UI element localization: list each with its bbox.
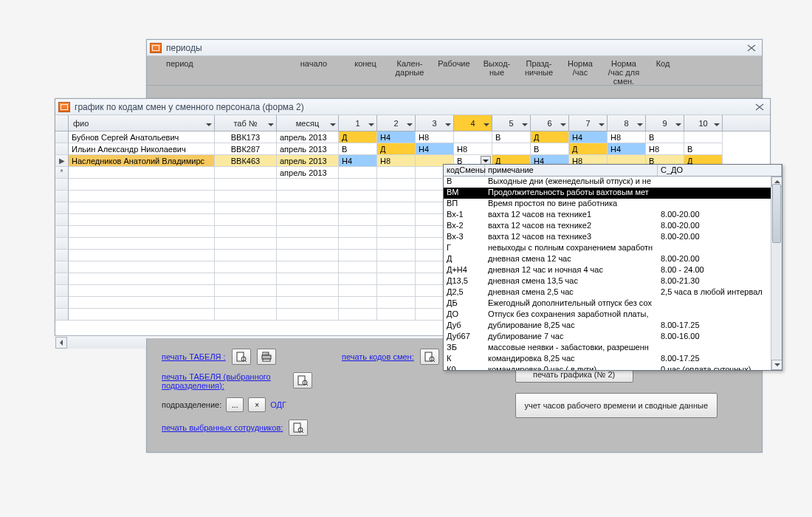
cell-month[interactable]: апрель 2013: [277, 155, 339, 167]
col-day-4[interactable]: 4: [454, 115, 492, 131]
cell-day[interactable]: Н8: [416, 131, 454, 143]
chevron-down-icon[interactable]: [599, 120, 605, 126]
cell-day[interactable]: [684, 131, 723, 143]
close-icon[interactable]: [744, 43, 759, 53]
chevron-down-icon[interactable]: [368, 120, 374, 126]
cell-day[interactable]: Д: [339, 131, 377, 143]
dropdown-item[interactable]: ВПВремя простоя по вине работника: [444, 199, 782, 210]
periods-titlebar[interactable]: периоды: [147, 40, 762, 56]
dropdown-body[interactable]: ВВыходные дни (еженедельный отпуск) и не…: [444, 177, 782, 370]
cell-month[interactable]: апрель 2013: [277, 167, 339, 179]
col-day-1[interactable]: 1: [339, 115, 377, 131]
cell-month[interactable]: апрель 2013: [277, 131, 339, 143]
cell-day[interactable]: В: [492, 131, 531, 143]
cell-fio[interactable]: Бубнов Сергей Анатольевич: [69, 131, 215, 143]
cell-day[interactable]: [492, 143, 531, 155]
table-row[interactable]: Бубнов Сергей АнатольевичВВК173апрель 20…: [55, 131, 770, 143]
cell-fio[interactable]: Наследников Анатолий Владимирс: [69, 155, 215, 167]
col-day-7[interactable]: 7: [569, 115, 608, 131]
cell-day[interactable]: В: [646, 131, 684, 143]
cell-month[interactable]: апрель 2013: [277, 143, 339, 155]
schedule-titlebar[interactable]: график по кодам смен у сменного персонал…: [55, 99, 770, 115]
print-tabel-unit-link[interactable]: печать ТАБЕЛЯ (выбранного подразделения)…: [162, 372, 287, 390]
dropdown-item[interactable]: ЗБмассовые неявки - забастовки, разрешен…: [444, 343, 782, 354]
cell-day[interactable]: Н4: [377, 131, 416, 143]
dropdown-item[interactable]: Вх-1вахта 12 часов на технике18.00-20.00: [444, 210, 782, 221]
unit-clear-button[interactable]: ×: [248, 397, 266, 412]
cell-day[interactable]: [377, 167, 416, 179]
cell-day[interactable]: Н4: [339, 155, 377, 167]
hours-report-button[interactable]: учет часов рабочего времени и сводные да…: [515, 393, 718, 418]
dropdown-item[interactable]: ДООтпуск без сохранения заработной платы…: [444, 309, 782, 321]
cell-tab[interactable]: ВВК463: [215, 155, 277, 167]
cell-day[interactable]: Д: [377, 143, 416, 155]
chevron-down-icon[interactable]: [206, 120, 212, 126]
col-day-9[interactable]: 9: [646, 115, 684, 131]
col-day-10[interactable]: 10: [684, 115, 723, 131]
cell-day[interactable]: Н8: [608, 131, 646, 143]
print-codes-link[interactable]: печать кодов смен:: [342, 352, 414, 361]
dropdown-item[interactable]: ВВыходные дни (еженедельный отпуск) и не: [444, 177, 782, 188]
cell-day[interactable]: [339, 167, 377, 179]
chevron-down-icon[interactable]: [445, 120, 451, 126]
dropdown-item[interactable]: Вх-3вахта 12 часов на технике38.00-20.00: [444, 232, 782, 243]
scroll-left-icon[interactable]: [55, 337, 67, 349]
dropdown-item[interactable]: ВМПродолжительность работы вахтовым мет: [444, 188, 782, 199]
scroll-thumb[interactable]: [772, 184, 781, 243]
dropdown-item[interactable]: Д13,5дневная смена 13,5 час8.00-21.30: [444, 276, 782, 287]
row-handle[interactable]: [55, 131, 69, 143]
cell-tab[interactable]: ВВК173: [215, 131, 277, 143]
preview-button[interactable]: [289, 420, 308, 436]
chevron-down-icon[interactable]: [675, 120, 681, 126]
dropdown-item[interactable]: Гневыходы с полным сохранением заработн: [444, 243, 782, 254]
cell-tab[interactable]: [215, 167, 277, 179]
cell-day[interactable]: Н8: [454, 143, 492, 155]
table-row[interactable]: Ильин Александр НиколаевичВВК287апрель 2…: [55, 143, 770, 155]
row-selector-header[interactable]: [55, 115, 69, 131]
dropdown-item[interactable]: Дубдублирование 8,25 час8.00-17.25: [444, 321, 782, 332]
dropdown-item[interactable]: Ккомандировка 8,25 час8.00-17.25: [444, 354, 782, 365]
dropdown-item[interactable]: Ддневная смена 12 час8.00-20.00: [444, 254, 782, 265]
close-icon[interactable]: [752, 102, 767, 112]
col-day-5[interactable]: 5: [492, 115, 531, 131]
chevron-down-icon[interactable]: [484, 120, 489, 126]
print-button[interactable]: [257, 349, 276, 365]
row-handle[interactable]: *: [55, 167, 69, 179]
col-day-6[interactable]: 6: [531, 115, 569, 131]
chevron-down-icon[interactable]: [407, 120, 413, 126]
cell-day[interactable]: Н8: [646, 143, 684, 155]
shift-code-dropdown[interactable]: кодСмены примечание С_ДО ВВыходные дни (…: [443, 164, 782, 371]
col-day-2[interactable]: 2: [377, 115, 416, 131]
cell-day[interactable]: В: [531, 143, 569, 155]
col-day-8[interactable]: 8: [608, 115, 646, 131]
col-day-3[interactable]: 3: [416, 115, 454, 131]
preview-button[interactable]: [420, 349, 439, 365]
cell-day[interactable]: [454, 131, 492, 143]
chevron-down-icon[interactable]: [637, 120, 643, 126]
row-handle[interactable]: [55, 143, 69, 155]
chevron-down-icon[interactable]: [522, 120, 528, 126]
dropdown-scrollbar[interactable]: [771, 177, 782, 370]
preview-button[interactable]: [293, 372, 312, 388]
col-month[interactable]: месяц: [277, 115, 339, 131]
unit-picker-button[interactable]: ...: [226, 397, 244, 412]
col-fio[interactable]: фио: [69, 115, 215, 131]
cell-day[interactable]: Н4: [416, 143, 454, 155]
cell-day[interactable]: Д: [569, 143, 608, 155]
dropdown-item[interactable]: Вх-2вахта 12 часов на технике28.00-20.00: [444, 221, 782, 232]
dropdown-item[interactable]: ДБЕжегодный дополнительный отпуск без со…: [444, 298, 782, 309]
cell-day[interactable]: Н4: [569, 131, 608, 143]
chevron-down-icon[interactable]: [268, 120, 274, 126]
cell-day[interactable]: В: [339, 143, 377, 155]
chevron-down-icon[interactable]: [560, 120, 566, 126]
dropdown-item[interactable]: Д+Н4дневная 12 час и ночная 4 час8.00 - …: [444, 265, 782, 276]
cell-day[interactable]: Д: [531, 131, 569, 143]
chevron-down-icon[interactable]: [714, 120, 720, 126]
chevron-down-icon[interactable]: [330, 120, 336, 126]
cell-fio[interactable]: [69, 167, 215, 179]
dropdown-item[interactable]: К0командировка 0 час ( в пути)0 час (опл…: [444, 365, 782, 370]
cell-day[interactable]: Н4: [608, 143, 646, 155]
print-tabel-link[interactable]: печать ТАБЕЛЯ :: [162, 352, 226, 361]
cell-fio[interactable]: Ильин Александр Николаевич: [69, 143, 215, 155]
preview-button[interactable]: [232, 349, 251, 365]
